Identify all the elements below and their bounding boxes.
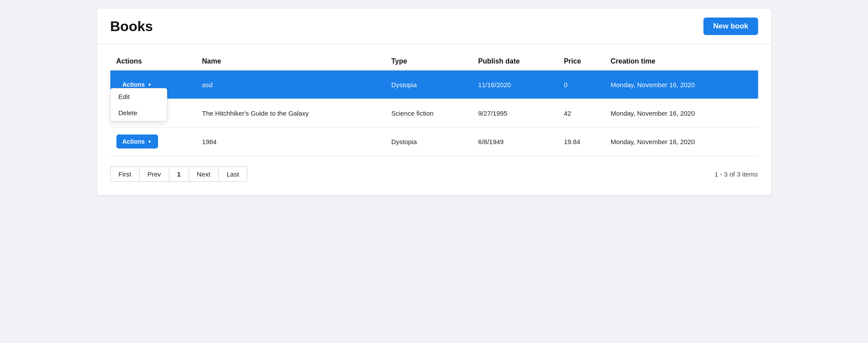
first-page-button[interactable]: First bbox=[110, 166, 139, 182]
chevron-down-icon: ▼ bbox=[148, 139, 152, 144]
actions-cell-3: Actions ▼ bbox=[110, 127, 196, 156]
pagination-buttons: First Prev 1 Next Last bbox=[110, 166, 248, 182]
table-row: Actions ▼ 1984 Dystopia 6/8/1949 19.84 M… bbox=[110, 127, 758, 156]
cell-type-1: Dystopia bbox=[385, 70, 472, 99]
pagination-info: 1 - 3 of 3 items bbox=[714, 170, 758, 178]
col-type: Type bbox=[385, 53, 472, 70]
actions-button-3[interactable]: Actions ▼ bbox=[116, 134, 158, 149]
col-name: Name bbox=[196, 53, 385, 70]
cell-price-1: 0 bbox=[558, 70, 604, 99]
table-row: Actions ▼ The Hitchhiker's Guide to the … bbox=[110, 99, 758, 127]
cell-creation-time-1: Monday, November 16, 2020 bbox=[604, 70, 758, 99]
cell-publish-date-3: 6/8/1949 bbox=[472, 127, 558, 156]
cell-name-2: The Hitchhiker's Guide to the Galaxy bbox=[196, 99, 385, 127]
page-title: Books bbox=[110, 18, 153, 35]
cell-name-1: asd bbox=[196, 70, 385, 99]
cell-type-3: Dystopia bbox=[385, 127, 472, 156]
current-page-button[interactable]: 1 bbox=[169, 166, 189, 182]
col-creation-time: Creation time bbox=[604, 53, 758, 70]
edit-menu-item[interactable]: Edit bbox=[111, 88, 167, 105]
cell-creation-time-2: Monday, November 16, 2020 bbox=[604, 99, 758, 127]
cell-type-2: Science fiction bbox=[385, 99, 472, 127]
page-container: Books New book Actions Name Type Publish… bbox=[97, 9, 771, 195]
page-header: Books New book bbox=[97, 9, 771, 44]
col-actions: Actions bbox=[110, 53, 196, 70]
actions-cell-1: Actions ▼ Edit Delete bbox=[110, 70, 196, 99]
col-publish-date: Publish date bbox=[472, 53, 558, 70]
new-book-button[interactable]: New book bbox=[703, 18, 758, 35]
cell-publish-date-1: 11/16/2020 bbox=[472, 70, 558, 99]
col-price: Price bbox=[558, 53, 604, 70]
table-header: Actions Name Type Publish date Price Cre… bbox=[110, 53, 758, 70]
last-page-button[interactable]: Last bbox=[218, 166, 247, 182]
actions-btn-label-1: Actions bbox=[123, 81, 145, 88]
books-table: Actions Name Type Publish date Price Cre… bbox=[110, 53, 758, 156]
actions-dropdown-1: Edit Delete bbox=[110, 88, 167, 121]
table-body: Actions ▼ Edit Delete asd Dystopia 11/16… bbox=[110, 70, 758, 156]
table-section: Actions Name Type Publish date Price Cre… bbox=[97, 44, 771, 195]
prev-page-button[interactable]: Prev bbox=[139, 166, 169, 182]
cell-creation-time-3: Monday, November 16, 2020 bbox=[604, 127, 758, 156]
next-page-button[interactable]: Next bbox=[189, 166, 218, 182]
cell-price-2: 42 bbox=[558, 99, 604, 127]
chevron-down-icon: ▼ bbox=[148, 82, 152, 87]
cell-name-3: 1984 bbox=[196, 127, 385, 156]
pagination: First Prev 1 Next Last 1 - 3 of 3 items bbox=[110, 166, 758, 182]
cell-publish-date-2: 9/27/1995 bbox=[472, 99, 558, 127]
actions-btn-label-3: Actions bbox=[123, 138, 145, 145]
delete-menu-item[interactable]: Delete bbox=[111, 105, 167, 121]
cell-price-3: 19.84 bbox=[558, 127, 604, 156]
table-row: Actions ▼ Edit Delete asd Dystopia 11/16… bbox=[110, 70, 758, 99]
